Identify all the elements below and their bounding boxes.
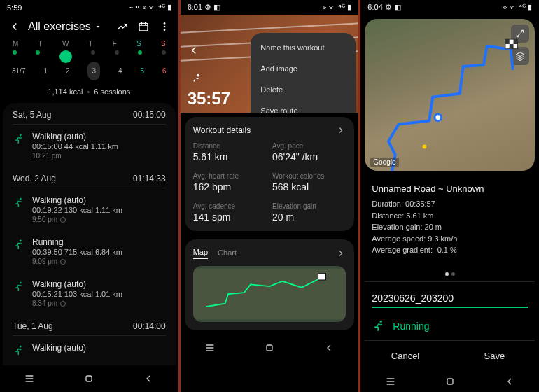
stat-item: Avg. cadence141 spm xyxy=(193,202,267,223)
trend-icon[interactable] xyxy=(117,21,128,32)
workout-details-card[interactable]: Workout details Distance5.61 kmAvg. pace… xyxy=(185,117,355,231)
home-icon[interactable] xyxy=(83,373,94,384)
cancel-button[interactable]: Cancel xyxy=(360,341,449,371)
svg-point-4 xyxy=(20,134,22,136)
statusbar: 5:59 ⋯ ◧ ⊚ ᯤ ⁴ᴳ ▮ xyxy=(0,0,178,15)
home-icon[interactable] xyxy=(264,342,275,354)
tab-chart[interactable]: Chart xyxy=(218,248,237,258)
android-navbar[interactable] xyxy=(181,335,359,361)
statusbar-icons: ⋯ ◧ ⊚ ᯤ ⁴ᴳ ▮ xyxy=(129,3,171,12)
summary-bar: 1,114 kcal•6 sessions xyxy=(0,83,178,103)
info-line: Distance: 5.61 km xyxy=(372,210,528,222)
back-nav-icon[interactable] xyxy=(504,376,515,387)
stat-item: Elevation gain20 m xyxy=(272,202,346,223)
statusbar: 6:04 ⚙ ◧ ⊚ ᯤ ⁴ᴳ ▮ xyxy=(360,0,539,15)
day-header: Sat, 5 Aug00:15:00 xyxy=(3,103,176,124)
info-line: Elevation gain: 20 m xyxy=(372,221,528,233)
phone-3-save-route: 6:04 ⚙ ◧ ⊚ ᯤ ⁴ᴳ ▮ Google Unnamed Road ~ … xyxy=(360,0,539,392)
svg-point-8 xyxy=(20,346,22,348)
info-line: Duration: 00:35:57 xyxy=(372,198,528,210)
running-icon xyxy=(13,239,25,251)
svg-point-16 xyxy=(423,145,427,149)
calendar-icon[interactable] xyxy=(138,21,149,32)
svg-rect-0 xyxy=(139,23,148,31)
dropdown-icon xyxy=(94,22,102,31)
stat-item: Avg. pace06'24" /km xyxy=(272,142,346,162)
exercise-entry[interactable]: Walking (auto) xyxy=(3,336,176,364)
save-button[interactable]: Save xyxy=(450,341,539,371)
exercise-entry[interactable]: Running00:39:50 715 kcal 6.84 km9:09 pm xyxy=(3,230,176,272)
svg-point-1 xyxy=(163,22,165,24)
map-preview[interactable] xyxy=(193,266,346,322)
card-title: Workout details xyxy=(193,125,251,135)
recents-icon[interactable] xyxy=(204,342,216,354)
exercise-entry[interactable]: Walking (auto)00:15:21 103 kcal 1.01 km8… xyxy=(3,272,176,314)
walking-icon xyxy=(13,281,25,293)
route-trace xyxy=(365,19,535,171)
info-line: Average gradient: -0.1 % xyxy=(372,244,528,256)
svg-rect-12 xyxy=(318,274,326,280)
filename-input[interactable] xyxy=(372,293,528,308)
calendar-activity-dots xyxy=(0,49,178,64)
svg-point-2 xyxy=(163,26,165,28)
tab-map[interactable]: Map xyxy=(193,248,208,259)
context-menu: Name this workoutAdd imageDeleteSave rou… xyxy=(251,33,356,113)
walking-icon xyxy=(13,133,25,146)
phone-1-exercise-list: 5:59 ⋯ ◧ ⊚ ᯤ ⁴ᴳ ▮ All exercises MTWTFSS … xyxy=(0,0,178,392)
back-icon[interactable] xyxy=(188,44,200,57)
svg-rect-13 xyxy=(267,345,272,351)
page-indicator xyxy=(360,263,539,281)
exercise-entry[interactable]: Walking (auto)00:19:22 130 kcal 1.11 km9… xyxy=(3,188,176,230)
activity-label: Running xyxy=(393,321,429,332)
route-map[interactable]: Google xyxy=(365,19,535,171)
walking-icon xyxy=(13,197,25,209)
android-navbar[interactable] xyxy=(360,371,539,392)
statusbar-time: 6:01 ⚙ ◧ xyxy=(188,3,221,12)
menu-item[interactable]: Add image xyxy=(251,58,356,79)
menu-item[interactable]: Name this workout xyxy=(251,37,356,58)
exercise-entry[interactable]: Walking (auto)00:15:00 44 kcal 1.11 km10… xyxy=(3,125,176,167)
svg-point-3 xyxy=(163,29,165,31)
android-navbar[interactable] xyxy=(0,365,178,392)
back-nav-icon[interactable] xyxy=(323,342,335,354)
svg-point-6 xyxy=(20,240,22,242)
chevron-right-icon xyxy=(336,125,346,135)
calendar-day-labels: MTWTFSS xyxy=(0,38,178,49)
svg-point-14 xyxy=(435,114,442,121)
menu-item[interactable]: Save route xyxy=(251,100,356,113)
recents-icon[interactable] xyxy=(385,376,396,387)
header: All exercises xyxy=(0,15,178,38)
svg-point-17 xyxy=(380,320,382,322)
route-trace xyxy=(193,266,346,322)
map-chart-card[interactable]: Map Chart xyxy=(185,239,355,330)
activity-type-row[interactable]: Running xyxy=(360,312,539,340)
statusbar-time: 5:59 xyxy=(7,4,22,12)
home-icon[interactable] xyxy=(444,376,456,387)
action-buttons: Cancel Save xyxy=(360,341,539,371)
statusbar-time: 6:04 ⚙ ◧ xyxy=(368,3,401,12)
back-nav-icon[interactable] xyxy=(143,373,154,384)
recents-icon[interactable] xyxy=(24,373,35,384)
menu-item[interactable]: Delete xyxy=(251,79,356,100)
stats-grid: Distance5.61 kmAvg. pace06'24" /kmAvg. h… xyxy=(193,142,346,223)
phone-2-workout-details: 6:01 ⚙ ◧ ⊚ ᯤ ⁴ᴳ ▮ 35:57 Name this workou… xyxy=(181,0,359,392)
calendar-dates[interactable]: 31/7123456 xyxy=(0,64,178,83)
map-attribution: Google xyxy=(370,158,398,167)
running-icon xyxy=(188,73,203,88)
exercise-list[interactable]: Sat, 5 Aug00:15:00 Walking (auto)00:15:0… xyxy=(3,103,176,365)
chevron-right-icon xyxy=(336,248,346,258)
page-title[interactable]: All exercises xyxy=(28,20,110,33)
statusbar-icons: ⊚ ᯤ ⁴ᴳ ▮ xyxy=(322,3,351,12)
running-icon xyxy=(372,319,386,333)
back-icon[interactable] xyxy=(8,20,21,33)
highlight-arrow xyxy=(350,111,358,113)
route-info: Unnamed Road ~ Unknown Duration: 00:35:5… xyxy=(360,175,539,263)
workout-hero: 35:57 Name this workoutAdd imageDeleteSa… xyxy=(181,15,359,113)
more-icon[interactable] xyxy=(159,21,170,32)
stat-item: Workout calories568 kcal xyxy=(272,172,346,192)
stat-item: Distance5.61 km xyxy=(193,142,267,162)
stat-item: Avg. heart rate162 bpm xyxy=(193,172,267,192)
walking-icon xyxy=(13,344,25,357)
svg-point-5 xyxy=(20,198,22,200)
route-title: Unnamed Road ~ Unknown xyxy=(372,182,528,196)
